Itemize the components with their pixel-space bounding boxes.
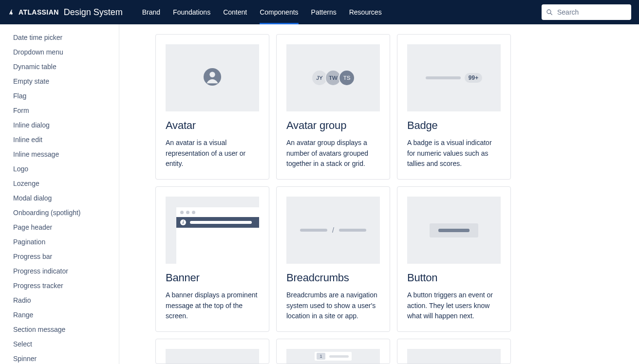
brand-text-primary: ATLASSIAN [19, 8, 59, 16]
badge-icon: 99+ [426, 73, 482, 83]
card-description: Breadcrumbs are a navigation system used… [286, 290, 380, 322]
banner-preview: i [166, 197, 259, 264]
sidebar-item-form[interactable]: Form [0, 103, 119, 118]
brand-text-secondary: Design System [64, 7, 123, 18]
sidebar-item-pagination[interactable]: Pagination [0, 235, 119, 249]
card-description: An avatar is a visual representation of … [166, 138, 259, 169]
calendar-icon: 1 [315, 352, 352, 361]
atlassian-icon [8, 8, 16, 16]
sidebar-item-section-message[interactable]: Section message [0, 322, 119, 337]
breadcrumbs-preview: / [286, 197, 380, 264]
nav-item-patterns[interactable]: Patterns [311, 0, 337, 24]
card-title: Avatar [166, 119, 259, 132]
card-title: Avatar group [286, 119, 380, 132]
card-description: An avatar group displays a number of ava… [286, 138, 380, 169]
card-title: Banner [166, 272, 259, 284]
button-preview [407, 197, 501, 264]
search-input[interactable] [542, 4, 631, 20]
avatar-initials: TS [338, 70, 355, 86]
brand-logo[interactable]: ATLASSIAN Design System [8, 7, 123, 18]
nav-item-components[interactable]: Components [260, 0, 298, 24]
sidebar-item-logo[interactable]: Logo [0, 162, 119, 176]
card-avatar-group[interactable]: JYTWTSAvatar groupAn avatar group displa… [276, 34, 390, 180]
card-breadcrumbs[interactable]: /BreadcrumbsBreadcrumbs are a navigation… [276, 186, 390, 332]
nav-item-foundations[interactable]: Foundations [173, 0, 210, 24]
search-icon [545, 8, 553, 16]
top-nav: ATLASSIAN Design System BrandFoundations… [0, 0, 639, 24]
nav-item-brand[interactable]: Brand [142, 0, 160, 24]
sidebar-item-date-time-picker[interactable]: Date time picker [0, 30, 119, 45]
card-p3[interactable] [397, 339, 511, 364]
nav-item-content[interactable]: Content [223, 0, 247, 24]
sidebar-item-lozenge[interactable]: Lozenge [0, 176, 119, 191]
sidebar-item-progress-tracker[interactable]: Progress tracker [0, 278, 119, 293]
sidebar-item-range[interactable]: Range [0, 308, 119, 322]
main-content: AvatarAn avatar is a visual representati… [119, 24, 639, 364]
sidebar-item-dynamic-table[interactable]: Dynamic table [0, 59, 119, 74]
sidebar: Date time pickerDropdown menuDynamic tab… [0, 24, 119, 364]
card-title: Button [407, 272, 501, 284]
sidebar-item-progress-bar[interactable]: Progress bar [0, 249, 119, 264]
card-description: A button triggers an event or action. Th… [407, 290, 501, 322]
button-icon [430, 223, 478, 237]
card-title: Breadcrumbs [286, 272, 380, 284]
search-wrap [542, 4, 631, 20]
main-nav: BrandFoundationsContentComponentsPattern… [142, 0, 382, 24]
banner-icon: i [176, 207, 259, 264]
card-description: A badge is a visual indicator for numeri… [407, 138, 501, 169]
sidebar-item-inline-message[interactable]: Inline message [0, 147, 119, 162]
card-button[interactable]: ButtonA button triggers an event or acti… [397, 186, 511, 332]
card-calendar[interactable]: 1 [276, 339, 390, 364]
sidebar-item-empty-state[interactable]: Empty state [0, 74, 119, 89]
calendar-preview: 1 [286, 349, 380, 364]
sidebar-item-radio[interactable]: Radio [0, 293, 119, 308]
sidebar-item-page-header[interactable]: Page header [0, 220, 119, 235]
card-banner[interactable]: i BannerA banner displays a prominent me… [155, 186, 269, 332]
nav-item-resources[interactable]: Resources [349, 0, 382, 24]
sidebar-item-dropdown-menu[interactable]: Dropdown menu [0, 45, 119, 59]
component-cards-grid: AvatarAn avatar is a visual representati… [155, 34, 639, 364]
p1-preview [166, 349, 259, 364]
sidebar-item-onboarding-spotlight-[interactable]: Onboarding (spotlight) [0, 205, 119, 220]
avatar-preview [166, 44, 259, 111]
badge-count: 99+ [465, 73, 482, 83]
sidebar-item-progress-indicator[interactable]: Progress indicator [0, 264, 119, 278]
card-title: Badge [407, 119, 501, 132]
sidebar-item-inline-edit[interactable]: Inline edit [0, 132, 119, 147]
svg-point-3 [209, 72, 215, 77]
badge-preview: 99+ [407, 44, 501, 111]
card-p1[interactable] [155, 339, 269, 364]
p3-preview [407, 349, 501, 364]
sidebar-item-select[interactable]: Select [0, 337, 119, 351]
sidebar-item-flag[interactable]: Flag [0, 89, 119, 103]
sidebar-item-modal-dialog[interactable]: Modal dialog [0, 191, 119, 205]
card-avatar[interactable]: AvatarAn avatar is a visual representati… [155, 34, 269, 180]
avatar-icon [203, 68, 222, 88]
avatar-group-icon: JYTWTS [311, 70, 355, 86]
avatar-group-preview: JYTWTS [286, 44, 380, 111]
sidebar-item-inline-dialog[interactable]: Inline dialog [0, 118, 119, 132]
card-badge[interactable]: 99+BadgeA badge is a visual indicator fo… [397, 34, 511, 180]
breadcrumbs-icon: / [300, 226, 366, 234]
svg-line-1 [550, 13, 552, 15]
card-description: A banner displays a prominent message at… [166, 290, 259, 322]
sidebar-item-spinner[interactable]: Spinner [0, 351, 119, 364]
